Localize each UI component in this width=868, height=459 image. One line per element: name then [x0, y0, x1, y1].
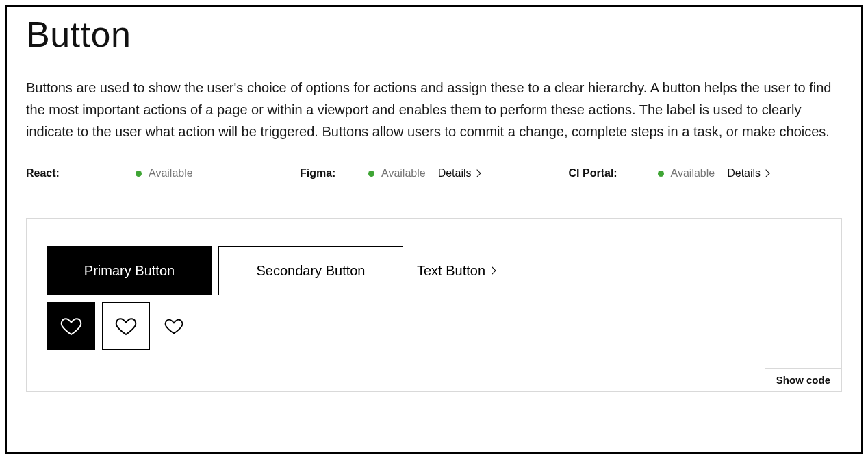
secondary-button[interactable]: Secondary Button [218, 246, 403, 295]
button-row: Primary Button Secondary Button Text But… [47, 246, 821, 295]
availability-ciportal-status: Available Details [658, 167, 769, 179]
chevron-right-icon [473, 169, 481, 177]
availability-react: React: [26, 167, 136, 179]
ciportal-details-text: Details [727, 167, 761, 179]
show-code-button[interactable]: Show code [765, 368, 842, 392]
ciportal-label: CI Portal: [569, 167, 617, 179]
figma-details-link[interactable]: Details [438, 167, 480, 179]
icon-button-row [47, 302, 821, 350]
status-dot-icon [658, 171, 664, 177]
heart-icon [60, 315, 82, 337]
text-button-label: Text Button [417, 263, 485, 279]
page-title: Button [26, 14, 842, 55]
text-icon-button[interactable] [157, 309, 191, 343]
figma-label: Figma: [300, 167, 335, 179]
figma-details-text: Details [438, 167, 472, 179]
secondary-icon-button[interactable] [102, 302, 150, 350]
availability-row: React: Available Figma: Available Detail… [26, 167, 842, 179]
availability-ciportal: CI Portal: [569, 167, 658, 179]
primary-icon-button[interactable] [47, 302, 95, 350]
text-button[interactable]: Text Button [410, 246, 502, 295]
react-status: Available [149, 167, 193, 179]
availability-figma: Figma: [300, 167, 368, 179]
figma-status: Available [381, 167, 426, 179]
chevron-right-icon [762, 169, 769, 177]
heart-icon [164, 317, 183, 336]
ciportal-details-link[interactable]: Details [727, 167, 769, 179]
ciportal-status: Available [671, 167, 715, 179]
component-description: Buttons are used to show the user's choi… [26, 77, 834, 142]
page-frame: Button Buttons are used to show the user… [5, 5, 863, 454]
primary-button[interactable]: Primary Button [47, 246, 212, 295]
react-label: React: [26, 167, 60, 179]
availability-react-status: Available [136, 167, 300, 179]
status-dot-icon [136, 171, 142, 177]
preview-panel: Primary Button Secondary Button Text But… [26, 218, 842, 392]
availability-figma-status: Available Details [368, 167, 480, 179]
chevron-right-icon [488, 266, 496, 274]
status-dot-icon [368, 171, 374, 177]
heart-icon [115, 315, 137, 337]
